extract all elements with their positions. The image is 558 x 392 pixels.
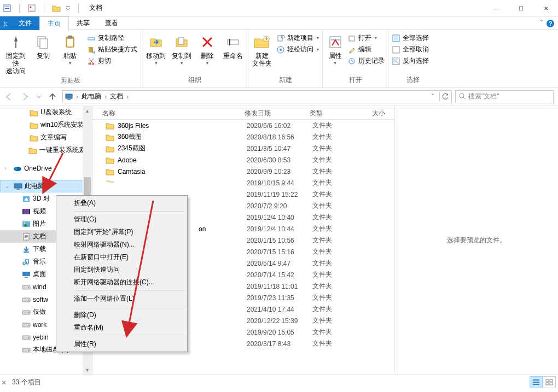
qat-dropdown-icon[interactable] xyxy=(65,4,71,13)
table-row[interactable]: Adobe 2020/6/30 8:53 文件夹 xyxy=(92,154,394,166)
tree-item[interactable]: ›OneDrive xyxy=(0,162,92,174)
help-icon[interactable]: ? xyxy=(546,19,555,28)
move-to-button[interactable]: 移动到▼ xyxy=(144,32,168,66)
file-type: 文件夹 xyxy=(308,224,371,233)
svg-rect-33 xyxy=(393,46,399,53)
file-type: 文件夹 xyxy=(308,190,371,199)
edit-button[interactable]: 编辑 xyxy=(347,45,385,54)
svg-rect-15 xyxy=(68,36,72,38)
tree-item[interactable]: 一键重装系统素材 xyxy=(0,144,92,156)
rename-button[interactable]: 重命名 xyxy=(221,32,245,60)
svg-point-64 xyxy=(28,337,29,338)
ctx-open-new-window[interactable]: 在新窗口中打开(E) xyxy=(57,251,186,264)
ctx-pin-start[interactable]: 固定到"开始"屏幕(P) xyxy=(57,226,186,238)
breadcrumb-sep-icon[interactable]: › xyxy=(103,93,108,101)
scroll-down-icon[interactable]: ▼ xyxy=(83,365,92,375)
group-clipboard-label: 剪贴板 xyxy=(3,75,137,85)
nav-forward-button[interactable] xyxy=(19,90,32,103)
tab-file[interactable]: 文件 xyxy=(11,16,39,30)
qat-icon-1[interactable] xyxy=(3,4,11,13)
select-all-button[interactable]: 全部选择 xyxy=(392,33,429,43)
close-button[interactable]: ✕ xyxy=(533,0,558,16)
invert-selection-button[interactable]: 反向选择 xyxy=(392,56,429,66)
tree-item-label: 仅做 xyxy=(33,307,46,317)
tab-share[interactable]: 共享 xyxy=(69,16,97,30)
tree-item-label: U盘装系统 xyxy=(40,108,72,117)
col-type[interactable]: 类型 xyxy=(305,107,368,119)
svg-rect-65 xyxy=(22,348,30,352)
table-row[interactable]: 360截图 2020/8/18 16:56 文件夹 xyxy=(92,131,394,143)
nav-back-button[interactable] xyxy=(2,90,15,103)
ctx-delete[interactable]: 删除(D) xyxy=(57,309,186,321)
file-name: 2345截图 xyxy=(118,144,146,153)
svg-rect-50 xyxy=(25,236,28,237)
table-row[interactable]: Camtasia 2020/9/9 10:23 文件夹 xyxy=(92,166,394,177)
tab-view[interactable]: 查看 xyxy=(97,16,126,30)
delete-button[interactable]: 删除▼ xyxy=(196,32,219,66)
ctx-disconnect-network[interactable]: 断开网络驱动器的连接(C)... xyxy=(57,276,186,289)
ctx-add-network-location[interactable]: 添加一个网络位置(L) xyxy=(57,292,186,305)
tree-item[interactable]: win10系统安装 xyxy=(0,119,92,131)
col-size[interactable]: 大小 xyxy=(368,107,394,119)
scroll-up-icon[interactable]: ▲ xyxy=(83,106,92,115)
tab-home[interactable]: 主页 xyxy=(39,16,69,31)
breadcrumb-docs[interactable]: 文档 xyxy=(110,92,123,101)
svg-rect-49 xyxy=(25,235,28,236)
tree-item[interactable]: 文章编写 xyxy=(0,131,92,144)
properties-button[interactable]: 属性▼ xyxy=(326,32,344,66)
group-select-label: 选择 xyxy=(392,74,434,85)
search-input[interactable]: 搜索"文档" xyxy=(455,90,554,103)
history-button[interactable]: 历史记录 xyxy=(347,56,385,66)
video-icon xyxy=(22,207,31,216)
tree-item-label: 此电脑 xyxy=(25,182,44,191)
minimize-button[interactable]: — xyxy=(484,0,509,16)
music-icon xyxy=(22,258,31,266)
table-row[interactable]: 360js Files 2020/5/6 16:02 文件夹 xyxy=(92,120,394,131)
new-folder-button[interactable]: 新建 文件夹 xyxy=(252,32,272,67)
copy-to-button[interactable]: 复制到▼ xyxy=(170,32,194,66)
nav-recent-button[interactable] xyxy=(35,90,43,103)
easy-access-button[interactable]: 轻松访问▾ xyxy=(276,45,319,54)
copy-button[interactable]: 复制 xyxy=(31,32,56,60)
pc-icon xyxy=(14,182,22,191)
file-date: 2019/7/23 11:35 xyxy=(242,294,308,302)
ctx-pin-quick[interactable]: 固定到快速访问 xyxy=(57,264,186,276)
address-bar[interactable]: › 此电脑 › 文档 › ˅ xyxy=(62,90,452,103)
nav-up-button[interactable] xyxy=(46,90,59,103)
svg-point-47 xyxy=(24,222,26,224)
maximize-button[interactable]: ☐ xyxy=(509,0,533,16)
ctx-manage[interactable]: 管理(G) xyxy=(57,213,186,226)
view-details-button[interactable] xyxy=(530,376,543,388)
ctx-properties[interactable]: 属性(R) xyxy=(57,338,186,350)
copy-path-button[interactable]: 复制路径 xyxy=(87,33,137,43)
cut-button[interactable]: 剪切 xyxy=(87,56,137,66)
status-bar: ✕ 33 个项目 xyxy=(0,375,558,389)
tree-item[interactable]: U盘装系统 xyxy=(0,106,92,119)
ctx-rename[interactable]: 重命名(M) xyxy=(57,321,186,334)
view-large-button[interactable] xyxy=(543,376,556,388)
breadcrumb-pc[interactable]: 此电脑 xyxy=(82,92,101,101)
table-row[interactable]: 2345截图 2021/3/5 10:47 文件夹 xyxy=(92,143,394,154)
pin-quick-access-button[interactable]: 固定到快 速访问 xyxy=(3,32,28,75)
ctx-collapse[interactable]: 折叠(A) xyxy=(57,197,186,209)
file-date: 2019/12/4 10:40 xyxy=(242,214,308,221)
table-row[interactable]: 2019/10/15 9:44 文件夹 xyxy=(92,177,394,189)
paste-button[interactable]: 粘贴 ▼ xyxy=(57,32,83,66)
breadcrumb-sep-icon[interactable]: › xyxy=(125,93,130,101)
col-date[interactable]: 修改日期 xyxy=(240,107,305,119)
paste-shortcut-button[interactable]: 粘贴快捷方式 xyxy=(87,45,137,54)
open-button[interactable]: 打开▾ xyxy=(347,33,385,43)
tree-item[interactable]: ⌄此电脑 xyxy=(0,180,92,192)
svg-rect-73 xyxy=(550,383,553,385)
refresh-icon[interactable] xyxy=(439,92,450,102)
new-item-button[interactable]: 新建项目▾ xyxy=(276,33,319,43)
tree-item-label: 文档 xyxy=(33,232,46,241)
ctx-map-network[interactable]: 映射网络驱动器(N)... xyxy=(57,238,186,251)
breadcrumb-sep-icon[interactable]: › xyxy=(75,93,79,101)
collapse-ribbon-icon[interactable]: ˇ xyxy=(540,20,543,27)
qat-properties-icon[interactable] xyxy=(27,4,36,13)
col-name[interactable]: 名称 xyxy=(98,107,241,119)
select-none-button[interactable]: 全部取消 xyxy=(392,45,429,54)
svg-point-66 xyxy=(28,350,29,351)
address-dropdown-icon[interactable]: ˅ xyxy=(427,92,438,102)
